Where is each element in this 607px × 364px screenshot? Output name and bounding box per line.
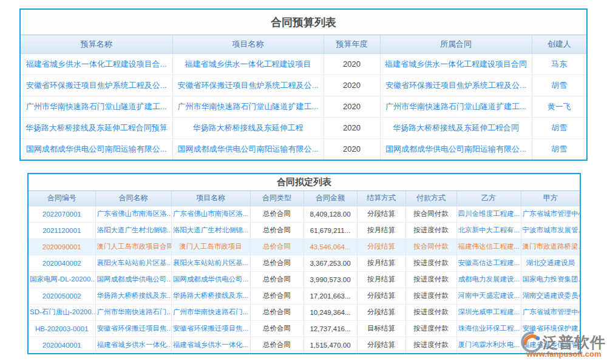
cell-text: 1,515,470.00 (304, 337, 357, 353)
table-row[interactable]: HB-202003-0001安徽省环保搬迁项目焦...安徽省环保搬迁项目焦...… (29, 320, 580, 337)
cell-link[interactable]: 胡雪 (532, 138, 586, 160)
cell-text: 总价合同 (250, 206, 304, 222)
cell-link[interactable]: 安徽省环境保护建... (521, 320, 580, 337)
cell-link[interactable]: 华扬路大桥桥接线及东... (95, 288, 171, 304)
cell-link[interactable]: 华扬路大桥桥接线及东延伸工程合同预算 (21, 117, 172, 138)
cell-link[interactable]: 成都电力发展建设... (456, 271, 521, 288)
cell-link[interactable]: 珠海信业环保工程... (456, 320, 521, 337)
table-row[interactable]: 2020040002襄阳火车站站前片区基...襄阳火车站站前片区基...总价合同… (29, 255, 580, 271)
cell-link[interactable]: 胡雪 (532, 117, 586, 138)
cell-text: 按月结算 (357, 255, 405, 271)
table-row[interactable]: 2022070001广东省佛山市南海区洛...广东省佛山市南海区洛...总价合同… (29, 206, 580, 222)
table-row[interactable]: 华扬路大桥桥接线及东延伸工程合同预算华扬路大桥桥接线及东延伸工程2020华扬路大… (21, 117, 586, 138)
cell-link[interactable]: 2020040002 (29, 255, 95, 271)
cell-link[interactable]: 马东 (532, 53, 586, 75)
column-header: 甲方 (521, 191, 580, 206)
cell-link[interactable]: 国网成都成华供电公司... (171, 271, 250, 288)
cell-text: 按进度付款 (405, 222, 456, 238)
cell-link[interactable]: 国家电网-DL-20200... (29, 271, 95, 288)
cell-text: 2020 (324, 96, 380, 117)
budget-table-body: 福建省城乡供水一体化工程建设项目合...福建省城乡供水一体化工程建设项目2020… (21, 53, 586, 160)
cell-text: 按进度付款 (405, 288, 456, 304)
cell-link[interactable]: 华扬路大桥桥接线及东... (171, 288, 250, 304)
column-header: 乙方 (456, 191, 521, 206)
table-row[interactable]: 国家电网-DL-20200...国网成都成华供电公司...国网成都成华供电公司.… (29, 271, 580, 288)
cell-link[interactable]: 安徽高信达工程建... (456, 255, 521, 271)
cell-link[interactable]: 安徽省环保搬迁项目焦... (171, 320, 250, 337)
cell-text: 2020 (324, 75, 380, 96)
cell-text: 总价合同 (250, 337, 304, 353)
cell-text: 按合同付款 (405, 206, 456, 222)
draft-panel: 合同拟定列表 合同编号合同名称项目名称合同类型合同金额结算方式付款方式乙方甲方 … (27, 173, 581, 354)
cell-link[interactable]: 福建省城乡供水一体化工程建设项目 (172, 53, 324, 75)
table-row[interactable]: 2020090001澳门人工岛市政项目合同澳门人工岛市政项目总价合同43,546… (29, 238, 580, 255)
table-row[interactable]: SD-石门唐山-20200...广州市华南快速路石门...广州市华南快速路石门.… (29, 304, 580, 320)
table-row[interactable]: 2021120001洛阳大道广生村北侧锦...洛阳大道广生村北侧锦...总价合同… (29, 222, 580, 238)
cell-link[interactable]: 福建省城乡供水一体化... (171, 337, 250, 353)
cell-link[interactable]: 安徽省环保搬迁项目焦炉系统工程及公... (380, 75, 532, 96)
table-row[interactable]: 福建省城乡供水一体化工程建设项目合...福建省城乡供水一体化工程建设项目2020… (21, 53, 586, 75)
cell-link[interactable]: 宁波市城市发展管... (521, 222, 580, 238)
cell-link[interactable]: 湖北交通建设局 (521, 255, 580, 271)
cell-link[interactable]: 襄阳火车站站前片区基... (171, 255, 250, 271)
cell-link[interactable]: 广州市华南快速路石门堂山隧道扩建工... (21, 96, 172, 117)
cell-link[interactable]: 华扬路大桥桥接线及东延伸工程 (172, 117, 324, 138)
cell-link[interactable]: 福建省城乡供水一体化... (95, 337, 171, 353)
cell-link[interactable]: 国网成都成华供电公司南阳运输有限公... (380, 138, 532, 160)
cell-text: 总价合同 (250, 255, 304, 271)
cell-link[interactable]: 襄阳火车站站前片区基... (95, 255, 171, 271)
cell-link[interactable]: 2021120001 (29, 222, 95, 238)
table-row[interactable]: 安徽省环保搬迁项目焦炉系统工程及公...安徽省环保搬迁项目焦炉系统工程及公...… (21, 75, 586, 96)
cell-link[interactable]: 河南中天盛宏建设... (456, 288, 521, 304)
cell-link[interactable]: 广东省城市管理中心 (521, 206, 580, 222)
cell-link[interactable]: 广州市华南快速路石门堂山隧道扩建工... (172, 96, 324, 117)
cell-link[interactable]: 福建省城乡供水一体化工程建设项目合同 (380, 53, 532, 75)
cell-link[interactable]: 福建伟达信工程建... (456, 238, 521, 255)
cell-link[interactable]: 2020040001 (29, 337, 95, 353)
table-row[interactable]: 2020050002华扬路大桥桥接线及东...华扬路大桥桥接线及东...总价合同… (29, 288, 580, 304)
cell-link[interactable]: 澳门人工岛市政项目 (171, 238, 250, 255)
cell-link[interactable]: 四川金维度工程建... (456, 206, 521, 222)
cell-link[interactable]: 2020050002 (29, 288, 95, 304)
cell-link[interactable]: 2020090001 (29, 238, 95, 255)
cell-link[interactable]: 国网成都成华供电公司... (95, 271, 171, 288)
table-row[interactable]: 2020040001福建省城乡供水一体化...福建省城乡供水一体化...总价合同… (29, 337, 580, 353)
cell-link[interactable]: 洛阳大道广生村北侧锦... (171, 222, 250, 238)
cell-link[interactable]: 湖南交通建设委员会 (521, 288, 580, 304)
cell-link[interactable]: 厦门鸿霖水利水电... (456, 337, 521, 353)
cell-link[interactable]: 安徽省环保搬迁项目焦... (95, 320, 171, 337)
column-header: 创建人 (532, 35, 586, 53)
cell-link[interactable]: 广东省佛山市南海区洛... (95, 206, 171, 222)
cell-link[interactable]: HB-202003-0001 (29, 320, 95, 337)
cell-text: 12,737,416... (304, 320, 357, 337)
cell-link[interactable]: 广东省城市管理中心 (521, 304, 580, 320)
cell-link[interactable]: 国网成都成华供电公司南阳运输有限公... (172, 138, 324, 160)
table-row[interactable]: 广州市华南快速路石门堂山隧道扩建工...广州市华南快速路石门堂山隧道扩建工...… (21, 96, 586, 117)
cell-link[interactable]: 广东省佛山市南海区洛... (171, 206, 250, 222)
cell-link[interactable]: 福建省城乡供水管... (521, 337, 580, 353)
cell-text: 分段结算 (357, 304, 405, 320)
cell-link[interactable]: 广州市华南快速路石门... (95, 304, 171, 320)
cell-link[interactable]: 福建省城乡供水一体化工程建设项目合... (21, 53, 172, 75)
cell-link[interactable]: 澳门人工岛市政项目合同 (95, 238, 171, 255)
cell-link[interactable]: 安徽省环保搬迁项目焦炉系统工程及公... (21, 75, 172, 96)
cell-link[interactable]: 广州市华南快速路石门堂山隧道扩建工... (380, 96, 532, 117)
cell-link[interactable]: 国网成都成华供电公司南阳运输有限公... (21, 138, 172, 160)
cell-link[interactable]: SD-石门唐山-20200... (29, 304, 95, 320)
cell-link[interactable]: 安徽省环保搬迁项目焦炉系统工程及公... (172, 75, 324, 96)
cell-link[interactable]: 澳门市政道路桥梁... (521, 238, 580, 255)
cell-link[interactable]: 洛阳大道广生村北侧锦... (95, 222, 171, 238)
cell-link[interactable]: 国家电力投资集团... (521, 271, 580, 288)
cell-link[interactable]: 广州市华南快速路石门... (171, 304, 250, 320)
cell-text: 总价合同 (250, 238, 304, 255)
cell-link[interactable]: 2022070001 (29, 206, 95, 222)
table-row[interactable]: 国网成都成华供电公司南阳运输有限公...国网成都成华供电公司南阳运输有限公...… (21, 138, 586, 160)
cell-link[interactable]: 北京新中大工程有... (456, 222, 521, 238)
cell-text: 2020 (324, 117, 380, 138)
cell-link[interactable]: 深圳光威申工程建... (456, 304, 521, 320)
cell-link[interactable]: 胡雪 (532, 75, 586, 96)
cell-link[interactable]: 黄一飞 (532, 96, 586, 117)
cell-text: 43,546,064... (304, 238, 357, 255)
cell-link[interactable]: 华扬路大桥桥接线及东延伸工程合同 (380, 117, 532, 138)
cell-text: 分段结算 (357, 337, 405, 353)
